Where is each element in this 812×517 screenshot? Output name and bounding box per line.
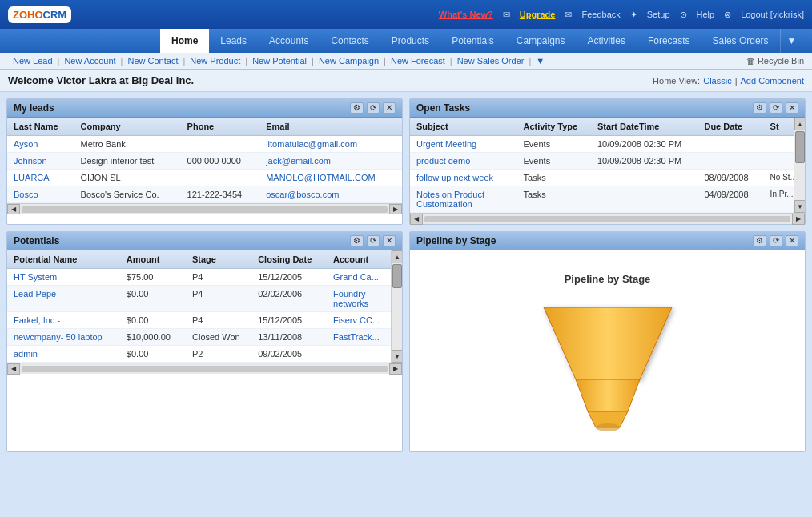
open-tasks-settings-icon[interactable]: ⚙ [753,102,766,114]
whats-new-link[interactable]: What's New? [439,10,493,19]
lead-johnson-email[interactable]: jack@email.com [266,156,331,166]
potential-ht-system-link[interactable]: HT System [14,272,57,282]
help-link[interactable]: Help [697,10,715,19]
potentials-v-scrollbar[interactable]: ▲ ▼ [391,250,402,363]
welcome-bar: Welcome Victor Lakra at Big Deal Inc. Ho… [0,70,812,92]
nav-products[interactable]: Products [380,29,440,53]
account-grand-ca-link[interactable]: Grand Ca... [333,272,379,282]
pot-vscroll-up[interactable]: ▲ [392,250,402,263]
nav-activities[interactable]: Activities [577,29,637,53]
pot-vscroll-down[interactable]: ▼ [392,350,402,363]
pot-vscroll-thumb [392,264,402,288]
nav-home[interactable]: Home [160,29,209,53]
col-email: Email [259,118,402,136]
col-last-name: Last Name [7,118,74,136]
pipeline-settings-icon[interactable]: ⚙ [753,235,766,246]
potentials-widget: Potentials ⚙ ⟳ ✕ Potential Name [6,231,403,452]
setup-link[interactable]: Setup [647,10,670,19]
nav-leads[interactable]: Leads [209,29,258,53]
funnel-chart [536,291,680,435]
potentials-settings-icon[interactable]: ⚙ [350,235,364,246]
nav-accounts[interactable]: Accounts [258,29,320,53]
shortcut-new-account[interactable]: New Account [59,56,120,66]
nav-more-button[interactable]: ▼ [780,29,803,53]
nav-forecasts[interactable]: Forecasts [637,29,701,53]
pipeline-widget: Pipeline by Stage ⚙ ⟳ ✕ Pipeline by Stag… [409,231,806,452]
lead-johnson-link[interactable]: Johnson [14,156,47,166]
open-tasks-h-scrollbar[interactable]: ◀ ▶ [410,213,805,224]
potential-newcmpany-link[interactable]: newcmpany- 50 laptop [14,332,103,342]
open-tasks-close-icon[interactable]: ✕ [786,102,798,114]
nav-contacts[interactable]: Contacts [320,29,380,53]
potentials-close-icon[interactable]: ✕ [383,235,396,246]
scroll-left-arrow[interactable]: ◀ [7,204,20,215]
shortcut-new-contact[interactable]: New Contact [123,56,183,66]
potentials-title: Potentials [14,235,59,246]
open-tasks-widget: Open Tasks ⚙ ⟳ ✕ Subject Act [409,98,806,225]
potentials-controls: ⚙ ⟳ ✕ [350,235,396,246]
nav-sales-orders[interactable]: Sales Orders [701,29,780,53]
shortcut-new-campaign[interactable]: New Campaign [314,56,384,66]
my-leads-controls: ⚙ ⟳ ✕ [350,102,396,114]
col-start-datetime: Start DateTime [591,118,698,136]
nav-potentials[interactable]: Potentials [440,29,505,53]
potential-farkel-link[interactable]: Farkel, Inc.- [14,315,60,325]
lead-luarca-email[interactable]: MANOLO@HOTMAIL.COM [266,173,375,182]
task-follow-up-link[interactable]: follow up next week [416,173,493,182]
shortcut-new-sales-order[interactable]: New Sales Order [452,56,529,66]
table-row: Notes on Product Customization Tasks 04/… [410,186,805,213]
my-leads-settings-icon[interactable]: ⚙ [350,102,364,114]
potentials-table: Potential Name Amount Stage Closing Date… [7,250,402,363]
add-component-link[interactable]: Add Component [741,76,805,86]
lead-ayson-email[interactable]: litomatulac@gmail.com [266,139,357,149]
feedback-icon: ✉ [565,10,572,20]
open-tasks-v-scrollbar[interactable]: ▲ ▼ [794,118,805,213]
hscroll-right[interactable]: ▶ [792,214,805,225]
shortcut-dropdown[interactable]: ▼ [531,56,549,66]
potential-admin-link[interactable]: admin [14,349,38,359]
task-notes-link[interactable]: Notes on Product Customization [416,190,484,209]
lead-luarca-link[interactable]: LUARCA [14,173,50,182]
svg-marker-1 [576,379,640,411]
lead-bosco-email[interactable]: oscar@bosco.com [266,190,339,199]
nav-campaigns[interactable]: Campaigns [505,29,577,53]
pipeline-close-icon[interactable]: ✕ [786,235,798,246]
task-product-demo-link[interactable]: product demo [416,156,470,166]
pot-hscroll-right[interactable]: ▶ [389,363,402,375]
my-leads-h-scrollbar[interactable]: ◀ ▶ [7,203,402,214]
shortcut-new-potential[interactable]: New Potential [247,56,312,66]
potentials-refresh-icon[interactable]: ⟳ [367,235,380,246]
my-leads-close-icon[interactable]: ✕ [383,102,396,114]
scroll-right-arrow[interactable]: ▶ [389,204,402,215]
hscroll-left[interactable]: ◀ [410,214,423,225]
classic-view-link[interactable]: Classic [703,76,731,86]
pot-hscroll-left[interactable]: ◀ [7,363,20,375]
account-fasttrack-link[interactable]: FastTrack... [333,332,380,342]
open-tasks-refresh-icon[interactable]: ⟳ [770,102,782,114]
logout-link[interactable]: Logout [vickrisk] [741,10,804,19]
shortcut-bar: New Lead | New Account | New Contact | N… [0,53,812,70]
shortcut-new-forecast[interactable]: New Forecast [386,56,450,66]
lead-bosco-link[interactable]: Bosco [14,190,38,199]
envelope-icon: ✉ [503,10,510,20]
vscroll-down-arrow[interactable]: ▼ [794,200,805,213]
recycle-bin-link[interactable]: 🗑 Recycle Bin [746,56,804,66]
table-row: product demo Events 10/09/2008 02:30 PM [410,153,805,170]
my-leads-table: Last Name Company Phone Email Ayson Metr… [7,118,402,203]
lead-ayson-link[interactable]: Ayson [14,139,38,149]
nav-bar: Home Leads Accounts Contacts Products Po… [0,29,812,53]
pipeline-inner-title: Pipeline by Stage [558,267,657,291]
shortcut-new-product[interactable]: New Product [185,56,245,66]
potential-lead-pepe-link[interactable]: Lead Pepe [14,289,56,299]
feedback-link[interactable]: Feedback [581,10,620,19]
potentials-h-scrollbar[interactable]: ◀ ▶ [7,363,402,374]
vscroll-up-arrow[interactable]: ▲ [794,118,805,130]
account-fiserv-link[interactable]: Fiserv CC... [333,315,380,325]
task-urgent-meeting-link[interactable]: Urgent Meeting [416,139,476,149]
upgrade-link[interactable]: Upgrade [520,10,556,19]
account-foundry-link[interactable]: Foundry networks [333,289,368,308]
pipeline-refresh-icon[interactable]: ⟳ [770,235,782,246]
col-potential-name: Potential Name [7,250,120,269]
shortcut-new-lead[interactable]: New Lead [8,56,58,66]
my-leads-refresh-icon[interactable]: ⟳ [367,102,380,114]
